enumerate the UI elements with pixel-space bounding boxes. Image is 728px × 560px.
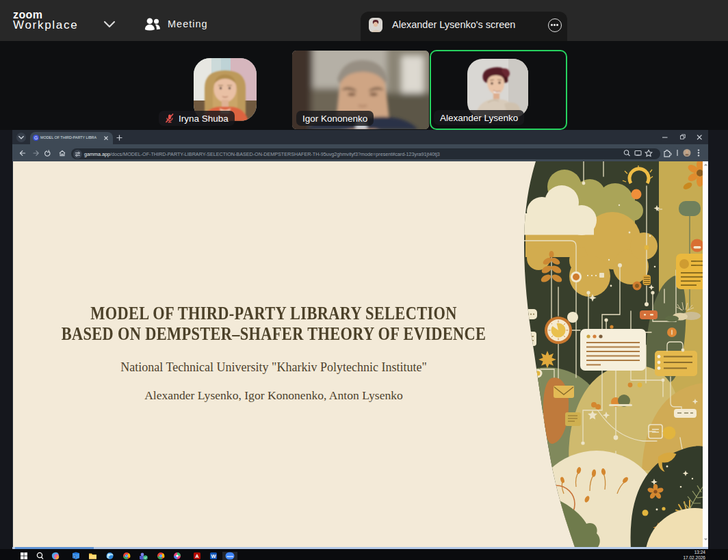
svg-text:zoom: zoom <box>226 555 233 558</box>
svg-text:G: G <box>34 135 38 140</box>
svg-text:W: W <box>211 553 216 559</box>
svg-text:A: A <box>195 553 199 559</box>
